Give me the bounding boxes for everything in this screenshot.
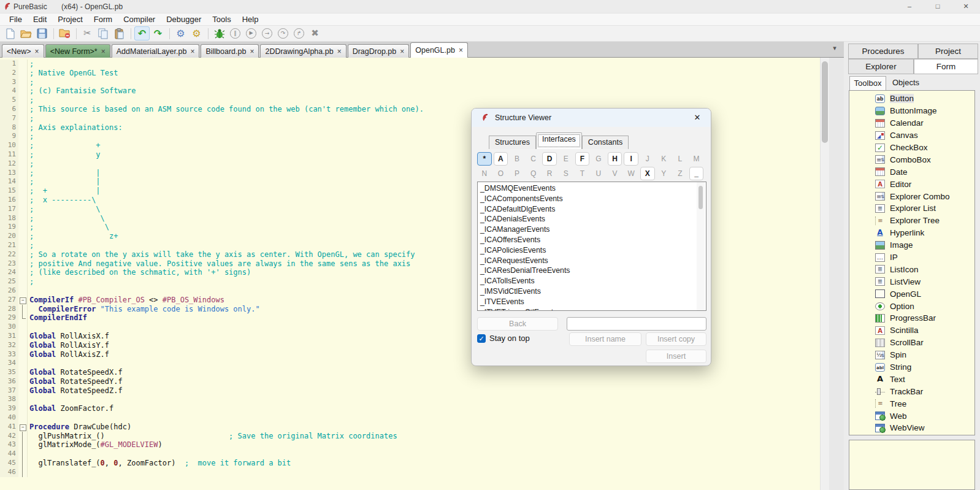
redo-button[interactable]: ↷ bbox=[150, 26, 166, 40]
alpha-button-y[interactable]: Y bbox=[657, 167, 672, 180]
toolbox-item-calendar[interactable]: Calendar bbox=[875, 117, 974, 129]
interface-list-item[interactable]: _ICATollsEvents bbox=[480, 276, 706, 286]
tab-new-form[interactable]: <New Form>*× bbox=[45, 44, 110, 58]
toolbox-item-canvas[interactable]: Canvas bbox=[875, 129, 974, 142]
alpha-button-a[interactable]: A bbox=[494, 152, 508, 166]
interface-list-item[interactable]: _ICADefaultDlgEvents bbox=[480, 204, 706, 215]
alpha-button-underscore[interactable]: _ bbox=[689, 167, 704, 180]
toolbox-item-text[interactable]: Text bbox=[875, 373, 974, 385]
alpha-button-r[interactable]: R bbox=[542, 167, 557, 180]
toolbox-item-image[interactable]: Image bbox=[875, 239, 974, 251]
stay-on-top-checkbox[interactable]: ✓ bbox=[477, 334, 486, 343]
step-button[interactable]: → bbox=[259, 26, 275, 40]
tab-project[interactable]: Project bbox=[918, 44, 978, 59]
tab-addmateriallayer-pb[interactable]: AddMaterialLayer.pb× bbox=[112, 44, 200, 58]
cut-button[interactable]: ✂ bbox=[80, 26, 95, 40]
tab-close-icon[interactable]: × bbox=[250, 48, 254, 55]
tab-dragdrop-pb[interactable]: DragDrop.pb× bbox=[348, 44, 410, 58]
toolbox-item-checkbox[interactable]: CheckBox bbox=[875, 142, 974, 154]
toolbox-item-editor[interactable]: Editor bbox=[875, 178, 974, 190]
toolbox-item-webview[interactable]: WebView bbox=[875, 422, 974, 434]
tab-2ddrawingalpha-pb[interactable]: 2DDrawingAlpha.pb× bbox=[260, 44, 346, 58]
tab-opengl-pb[interactable]: OpenGL.pb× bbox=[410, 42, 468, 58]
tab-objects[interactable]: Objects bbox=[886, 76, 925, 90]
alpha-button-h[interactable]: H bbox=[608, 152, 622, 166]
alpha-button-d[interactable]: D bbox=[542, 152, 557, 166]
compile-run-button[interactable]: ⚙ bbox=[173, 26, 188, 40]
tab-close-icon[interactable]: × bbox=[337, 48, 342, 55]
tab-list-dropdown-icon[interactable]: ▾ bbox=[829, 44, 840, 54]
menu-debugger[interactable]: Debugger bbox=[161, 14, 207, 25]
close-icon[interactable]: ✕ bbox=[690, 112, 705, 124]
menu-edit[interactable]: Edit bbox=[28, 14, 52, 25]
list-scrollbar-thumb[interactable] bbox=[699, 186, 703, 209]
pause-button[interactable]: ∥ bbox=[228, 26, 243, 40]
new-file-button[interactable] bbox=[2, 26, 18, 40]
fold-marker[interactable] bbox=[18, 313, 27, 323]
interface-list[interactable]: _DMSMQEventEvents_ICAComponentsEvents_IC… bbox=[477, 182, 706, 311]
toolbox-item-listview[interactable]: ListView bbox=[875, 275, 974, 288]
debugger-button[interactable] bbox=[212, 26, 227, 40]
step-out-button[interactable]: ↱ bbox=[291, 26, 307, 40]
alpha-button-i[interactable]: I bbox=[624, 152, 638, 166]
tab-toolbox[interactable]: Toolbox bbox=[849, 76, 886, 90]
toolbox-item-tree[interactable]: Tree bbox=[875, 397, 974, 410]
tab-close-icon[interactable]: × bbox=[101, 48, 105, 55]
fold-marker[interactable] bbox=[18, 459, 27, 468]
toolbox-item-combobox[interactable]: ComboBox bbox=[875, 153, 974, 166]
interface-list-item[interactable]: _ITVETriggerCtlEvents bbox=[480, 307, 706, 311]
tab-procedures[interactable]: Procedures bbox=[848, 44, 918, 59]
menu-compiler[interactable]: Compiler bbox=[118, 14, 161, 25]
menu-help[interactable]: Help bbox=[237, 14, 264, 25]
toolbox-item-spin[interactable]: Spin bbox=[875, 349, 974, 361]
toolbox-item-trackbar[interactable]: TrackBar bbox=[875, 385, 974, 397]
fold-marker[interactable] bbox=[18, 450, 27, 459]
tab-explorer[interactable]: Explorer bbox=[848, 59, 914, 74]
toolbox-item-listicon[interactable]: ListIcon bbox=[875, 263, 974, 275]
interface-list-item[interactable]: _ICADenialsEvents bbox=[480, 214, 706, 224]
alpha-button-star[interactable]: * bbox=[477, 152, 492, 166]
toolbox-item-explorer-tree[interactable]: Explorer Tree bbox=[875, 215, 974, 227]
toolbox-item-buttonimage[interactable]: ButtonImage bbox=[875, 105, 974, 117]
tab-close-icon[interactable]: × bbox=[459, 47, 463, 53]
alpha-button-w[interactable]: W bbox=[624, 167, 638, 180]
toolbox-item-option[interactable]: Option bbox=[875, 300, 974, 312]
interface-list-item[interactable]: _ICAManagerEvents bbox=[480, 224, 706, 235]
toolbox-item-string[interactable]: String bbox=[875, 361, 974, 373]
toolbox-item-progressbar[interactable]: ProgressBar bbox=[875, 312, 974, 324]
close-file-button[interactable] bbox=[57, 26, 72, 40]
interface-list-item[interactable]: _ICAResDenialTreeEvents bbox=[480, 266, 706, 276]
close-icon[interactable]: ✕ bbox=[952, 0, 980, 13]
insert-name-button[interactable]: Insert name bbox=[569, 332, 641, 346]
toolbox-item-explorer-list[interactable]: Explorer List bbox=[875, 202, 974, 215]
toolbox-item-explorer-combo[interactable]: Explorer Combo bbox=[875, 190, 974, 202]
fold-marker[interactable] bbox=[18, 468, 27, 477]
toolbox-item-web[interactable]: Web bbox=[875, 410, 974, 422]
compiler-options-button[interactable]: ⚙ bbox=[189, 26, 204, 40]
filter-input[interactable] bbox=[567, 317, 706, 331]
toolbox-item-opengl[interactable]: OpenGL bbox=[875, 288, 974, 300]
interface-list-item[interactable]: _ICAPoliciesEvents bbox=[480, 245, 706, 256]
alpha-button-s[interactable]: S bbox=[559, 167, 573, 180]
alpha-button-p[interactable]: P bbox=[510, 167, 524, 180]
alpha-button-k[interactable]: K bbox=[657, 152, 672, 166]
toolbox-item-scrollbar[interactable]: ScrollBar bbox=[875, 337, 974, 349]
toolbox-item-button[interactable]: Button bbox=[875, 93, 974, 105]
toolbox-category-containers[interactable]: Containers bbox=[863, 434, 974, 435]
alpha-button-q[interactable]: Q bbox=[526, 167, 541, 180]
tab-close-icon[interactable]: × bbox=[400, 48, 404, 55]
insert-button[interactable]: Insert bbox=[646, 350, 706, 363]
editor-scrollbar-thumb[interactable] bbox=[822, 61, 828, 143]
toolbox-item-scintilla[interactable]: Scintilla bbox=[875, 324, 974, 337]
tab-close-icon[interactable]: × bbox=[190, 48, 194, 55]
toolbox-item-hyperlink[interactable]: Hyperlink bbox=[875, 227, 974, 239]
alpha-button-u[interactable]: U bbox=[591, 167, 606, 180]
kill-program-button[interactable]: ✖ bbox=[307, 26, 323, 40]
fold-marker[interactable] bbox=[18, 440, 27, 450]
alpha-button-j[interactable]: J bbox=[640, 152, 655, 166]
back-button[interactable]: Back bbox=[477, 317, 558, 331]
menu-file[interactable]: File bbox=[4, 14, 28, 25]
interface-list-item[interactable]: _ICAComponentsEvents bbox=[480, 194, 706, 204]
menu-tools[interactable]: Tools bbox=[207, 14, 236, 25]
undo-button[interactable]: ↶ bbox=[134, 26, 150, 40]
